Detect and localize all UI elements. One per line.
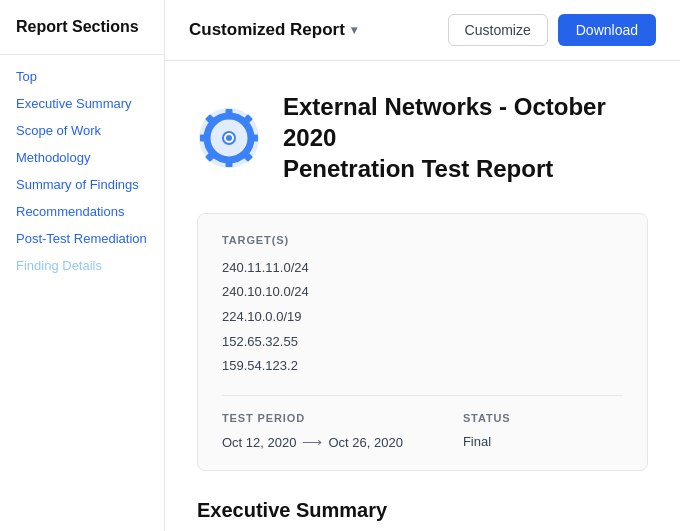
sidebar-item-top[interactable]: Top (16, 69, 148, 84)
topbar-title: Customized Report ▾ (189, 20, 357, 40)
test-period-value: Oct 12, 2020 ⟶ Oct 26, 2020 (222, 434, 403, 450)
topbar-actions: Customize Download (448, 14, 656, 46)
sidebar-header: Report Sections (0, 0, 164, 55)
test-period-label: TEST PERIOD (222, 412, 403, 424)
topbar: Customized Report ▾ Customize Download (165, 0, 680, 61)
status-value: Final (463, 434, 511, 449)
svg-rect-3 (226, 109, 233, 116)
sidebar: Report Sections Top Executive Summary Sc… (0, 0, 165, 531)
sidebar-item-summary-of-findings[interactable]: Summary of Findings (16, 177, 148, 192)
sidebar-item-executive-summary[interactable]: Executive Summary (16, 96, 148, 111)
target-item: 159.54.123.2 (222, 354, 623, 379)
executive-summary-section: Executive Summary A black box external p… (197, 499, 648, 531)
target-item: 224.10.0.0/19 (222, 305, 623, 330)
sidebar-item-finding-details[interactable]: Finding Details (16, 258, 148, 273)
main-content: Customized Report ▾ Customize Download (165, 0, 680, 531)
meta-row: TEST PERIOD Oct 12, 2020 ⟶ Oct 26, 2020 … (222, 395, 623, 450)
report-title-label: Customized Report (189, 20, 345, 40)
target-item: 240.11.11.0/24 (222, 256, 623, 281)
svg-rect-5 (200, 134, 207, 141)
arrow-icon: ⟶ (302, 434, 322, 450)
targets-card: TARGET(S) 240.11.11.0/24 240.10.10.0/24 … (197, 213, 648, 471)
download-button[interactable]: Download (558, 14, 656, 46)
content-area: External Networks - October 2020 Penetra… (165, 61, 680, 531)
customize-button[interactable]: Customize (448, 14, 548, 46)
targets-label: TARGET(S) (222, 234, 623, 246)
sidebar-item-post-test-remediation[interactable]: Post-Test Remediation (16, 231, 148, 246)
report-title-block: External Networks - October 2020 Penetra… (283, 91, 648, 185)
sidebar-item-methodology[interactable]: Methodology (16, 150, 148, 165)
exec-summary-heading: Executive Summary (197, 499, 648, 522)
target-item: 152.65.32.55 (222, 330, 623, 355)
report-main-title: External Networks - October 2020 Penetra… (283, 91, 648, 185)
chevron-down-icon: ▾ (351, 23, 357, 37)
status-label: STATUS (463, 412, 511, 424)
sidebar-nav: Top Executive Summary Scope of Work Meth… (0, 55, 164, 287)
svg-rect-4 (226, 160, 233, 167)
status-block: STATUS Final (463, 412, 511, 450)
target-item: 240.10.10.0/24 (222, 280, 623, 305)
svg-point-12 (226, 135, 232, 141)
report-header: External Networks - October 2020 Penetra… (197, 91, 648, 185)
svg-rect-6 (251, 134, 258, 141)
sidebar-item-recommendations[interactable]: Recommendations (16, 204, 148, 219)
sidebar-item-scope-of-work[interactable]: Scope of Work (16, 123, 148, 138)
test-period-block: TEST PERIOD Oct 12, 2020 ⟶ Oct 26, 2020 (222, 412, 403, 450)
target-list: 240.11.11.0/24 240.10.10.0/24 224.10.0.0… (222, 256, 623, 379)
report-icon (197, 106, 261, 170)
